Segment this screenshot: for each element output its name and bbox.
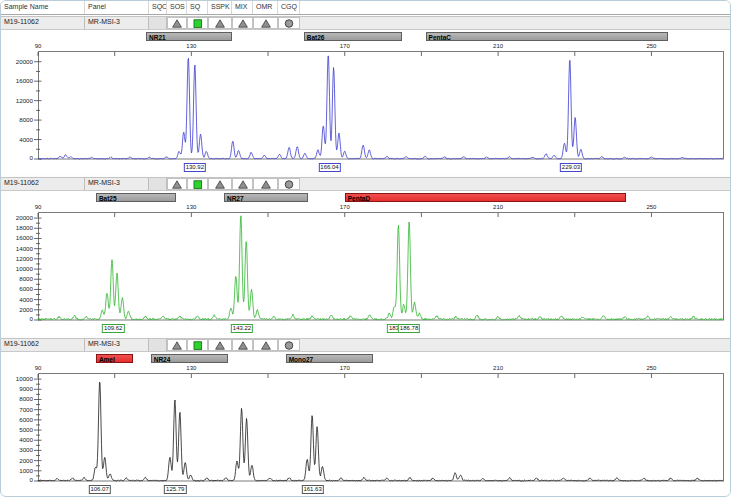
status-circle-icon — [284, 19, 294, 28]
electropherogram-panel: M19-11062MR-MSI-3Bat25NR27PentaD90130170… — [1, 177, 731, 335]
quality-flag-sspk-cell[interactable] — [208, 178, 232, 190]
plot-border — [39, 374, 724, 482]
peak-size-label[interactable]: 109.62 — [102, 324, 124, 333]
status-square-icon — [193, 180, 203, 189]
warning-triangle-icon — [172, 341, 182, 350]
y-axis-tick-label: 4000 — [19, 136, 33, 143]
column-header-mix[interactable]: MIX — [232, 1, 253, 14]
marker-bar-mono27[interactable]: Mono27 — [286, 354, 374, 363]
warning-triangle-icon — [261, 19, 271, 28]
plot-border — [39, 213, 724, 321]
marker-bar-bat25[interactable]: Bat25 — [96, 193, 176, 202]
peak-size-label[interactable]: 186.78 — [398, 324, 420, 333]
sample-info-row: M19-11062MR-MSI-3 — [1, 339, 731, 352]
electropherogram-plot[interactable]: 040008000120001600020000 — [1, 51, 731, 161]
plot-area: NR21Bat26PentaC9013017021025004000800012… — [1, 30, 731, 175]
quality-flag-omr-cell[interactable] — [253, 178, 278, 190]
quality-flag-cgq-cell[interactable] — [278, 17, 300, 29]
marker-bar-nr24[interactable]: NR24 — [151, 354, 228, 363]
status-square-icon — [193, 19, 203, 28]
quality-flag-sspk-cell[interactable] — [208, 339, 232, 351]
marker-bar-nr21[interactable]: NR21 — [146, 32, 231, 41]
quality-flag-sos-cell[interactable] — [167, 339, 187, 351]
warning-triangle-icon — [238, 341, 248, 350]
peak-size-label[interactable]: 161.63 — [301, 485, 323, 494]
peak-size-label[interactable]: 106.07 — [88, 485, 110, 494]
quality-flag-sspk-cell[interactable] — [208, 17, 232, 29]
quality-flag-mix-cell[interactable] — [232, 17, 253, 29]
y-axis-tick-label: 14000 — [16, 245, 34, 252]
quality-flag-cgq-cell[interactable] — [278, 178, 300, 190]
column-header-sq[interactable]: SQ — [187, 1, 208, 14]
marker-bar-amel[interactable]: Amel — [96, 354, 133, 363]
status-circle-icon — [284, 341, 294, 350]
info-row-filler — [300, 17, 731, 29]
sample-name-cell[interactable]: M19-11062 — [1, 17, 85, 29]
x-axis-tick-label: 170 — [340, 365, 350, 372]
marker-label: NR27 — [225, 194, 244, 203]
panel-name-cell[interactable]: MR-MSI-3 — [85, 339, 149, 351]
column-header-omr[interactable]: OMR — [253, 1, 278, 14]
sample-name-cell[interactable]: M19-11062 — [1, 339, 85, 351]
y-axis-tick-label: 0 — [30, 476, 34, 483]
marker-label: Amel — [97, 355, 115, 364]
electropherogram-plot[interactable]: 0100020003000400050006000700080009000100… — [1, 373, 731, 483]
quality-flag-sos-cell[interactable] — [167, 17, 187, 29]
x-axis-tick-label: 90 — [35, 43, 42, 50]
column-header-sample-name[interactable]: Sample Name — [1, 1, 85, 14]
plot-area: AmelNR24Mono2790130170210250010002000300… — [1, 352, 731, 497]
sqo-flag-cell — [149, 339, 167, 351]
marker-bar-pentac[interactable]: PentaC — [426, 32, 668, 41]
y-axis-tick-label: 0 — [30, 315, 34, 322]
warning-triangle-icon — [172, 19, 182, 28]
peak-size-label[interactable]: 166.04 — [318, 163, 340, 172]
x-axis-tick-label: 250 — [646, 365, 656, 372]
y-axis-tick-label: 10000 — [16, 265, 34, 272]
column-header-cgq[interactable]: CGQ — [278, 1, 300, 14]
electropherogram-plot[interactable]: 0200040006000800010000120001400016000180… — [1, 212, 731, 322]
quality-flag-sq-cell[interactable] — [187, 178, 208, 190]
x-axis-tick-label: 130 — [186, 365, 196, 372]
marker-bar-pentad[interactable]: PentaD — [345, 193, 626, 202]
quality-flag-sos-cell[interactable] — [167, 178, 187, 190]
quality-flag-mix-cell[interactable] — [232, 178, 253, 190]
y-axis-tick-label: 2000 — [19, 306, 33, 313]
quality-flag-mix-cell[interactable] — [232, 339, 253, 351]
y-axis-tick-label: 4000 — [19, 296, 33, 303]
column-header-sspk[interactable]: SSPK — [208, 1, 232, 14]
peak-size-label[interactable]: 229.03 — [560, 163, 582, 172]
column-header-sos[interactable]: SOS — [167, 1, 187, 14]
x-axis-tick-label: 130 — [186, 43, 196, 50]
marker-bar-nr27[interactable]: NR27 — [224, 193, 308, 202]
y-axis-tick-label: 8000 — [19, 275, 33, 282]
column-header-panel[interactable]: Panel — [85, 1, 149, 14]
warning-triangle-icon — [215, 19, 225, 28]
panel-name-cell[interactable]: MR-MSI-3 — [85, 178, 149, 190]
x-axis-tick-label: 130 — [186, 204, 196, 211]
quality-flag-omr-cell[interactable] — [253, 17, 278, 29]
quality-flag-sq-cell[interactable] — [187, 17, 208, 29]
x-axis-tick-label: 250 — [646, 43, 656, 50]
column-header-sqo[interactable]: SQO — [149, 1, 167, 14]
marker-bar-bat26[interactable]: Bat26 — [304, 32, 403, 41]
peak-size-label[interactable]: 143.22 — [231, 324, 253, 333]
peak-size-label[interactable]: 125.79 — [164, 485, 186, 494]
warning-triangle-icon — [261, 341, 271, 350]
y-axis-tick-label: 8000 — [19, 116, 33, 123]
x-axis-tick-label: 210 — [493, 365, 503, 372]
marker-label: PentaD — [346, 194, 370, 203]
y-axis-tick-label: 10000 — [16, 375, 34, 382]
quality-flag-cgq-cell[interactable] — [278, 339, 300, 351]
quality-flag-omr-cell[interactable] — [253, 339, 278, 351]
panel-name-cell[interactable]: MR-MSI-3 — [85, 17, 149, 29]
y-axis-tick-label: 12000 — [16, 97, 34, 104]
y-axis-tick-label: 8000 — [19, 395, 33, 402]
plot-border — [39, 52, 724, 160]
quality-flag-sq-cell[interactable] — [187, 339, 208, 351]
x-axis-tick-label: 250 — [646, 204, 656, 211]
sqo-flag-cell — [149, 178, 167, 190]
marker-label: Mono27 — [287, 355, 314, 364]
x-axis-tick-label: 170 — [340, 204, 350, 211]
sample-name-cell[interactable]: M19-11062 — [1, 178, 85, 190]
peak-size-label[interactable]: 130.92 — [184, 163, 206, 172]
